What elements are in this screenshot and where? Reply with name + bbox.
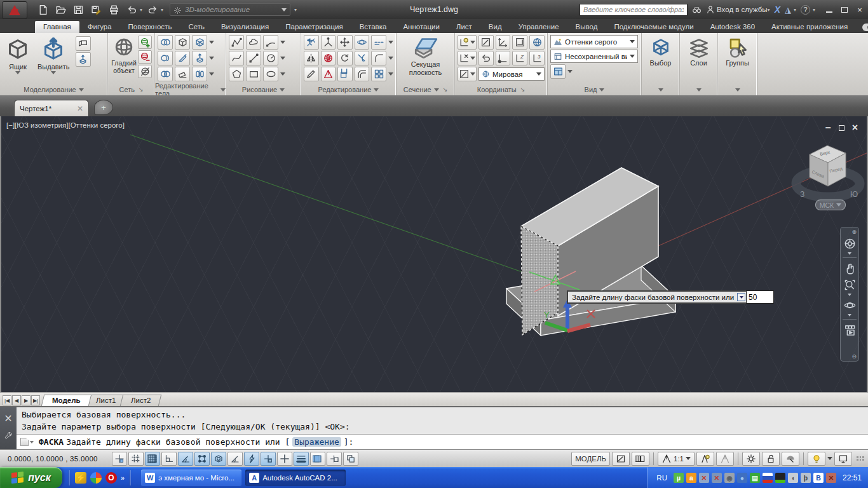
layout-tab[interactable]: Лист2 [120,395,162,406]
task-autocad[interactable]: A Autodesk AutoCAD 2... [245,470,346,486]
ribbon-tab[interactable]: Вид [480,21,510,33]
restore-button[interactable] [840,5,849,15]
mirror-button[interactable] [304,51,319,65]
object-snap-3d-toggle[interactable] [211,452,226,466]
smooth-more-button[interactable] [138,36,152,49]
lineweight-toggle[interactable] [294,452,309,466]
clean-screen-button[interactable] [834,452,852,466]
intersect-button[interactable] [158,67,173,81]
ucs-view-button[interactable] [478,35,494,50]
separate-button[interactable] [192,67,207,81]
ribbon-minimize-button[interactable] [862,24,868,31]
pan-button[interactable] [842,260,857,276]
undo-dropdown[interactable]: ▾ [140,7,142,13]
ucs-button[interactable] [496,35,511,50]
ucs-z-button[interactable]: Z [512,51,527,65]
drawing-viewport[interactable]: Y З Ю Верх Слева Перед [−] [ЮЗ изометрия… [0,116,868,392]
layers-button[interactable]: Слои [685,35,713,84]
viewport-style-control[interactable]: [Оттенки серого] [68,121,124,129]
line-button[interactable] [246,51,261,65]
panel-label-layers[interactable] [680,84,717,95]
separate-dropdown[interactable] [209,72,214,76]
scale-button[interactable] [321,67,336,81]
groups-button[interactable]: Группы [723,35,752,84]
new-drawing-tab-button[interactable]: + [94,100,113,115]
ribbon-tab[interactable]: Управление [510,21,567,33]
subtract-button[interactable] [158,51,173,65]
move-button[interactable] [337,35,353,50]
ribbon-tab[interactable]: Параметризация [277,21,351,33]
ribbon-tab[interactable]: Поверхность [120,21,180,33]
dynamic-input-field[interactable] [746,290,774,304]
ribbon-tab[interactable]: Фигура [79,21,120,33]
quicklaunch-app1-icon[interactable]: ⚡ [75,472,86,484]
close-button[interactable]: × [855,5,864,15]
annotation-scale-button[interactable]: 1:1 [658,452,695,466]
quick-view-layouts-button[interactable] [612,452,630,466]
union-button[interactable] [158,35,173,50]
quicklaunch-overflow-chevron[interactable]: » [121,474,125,482]
next-layout-button[interactable]: ▶ [22,395,31,405]
dynamic-input-toggle[interactable] [277,452,292,466]
faces-dropdown[interactable] [209,57,214,60]
solid-edit-button[interactable] [192,35,207,50]
ucs-light-button[interactable] [458,35,477,50]
ellipse-button[interactable] [263,67,278,81]
viewport-config-button[interactable] [550,64,566,79]
viewcube-wcs-dropdown[interactable]: МСК [815,200,846,210]
steering-wheel-button[interactable] [842,235,857,252]
panel-label-solid-editing[interactable]: Редактирование тела [155,84,226,95]
grid-display-toggle[interactable] [145,452,160,466]
solid-edit-dropdown[interactable] [209,41,214,44]
ribbon-tab[interactable]: Визуализация [213,21,277,33]
polyline-button[interactable] [229,35,244,50]
panel-label-mesh[interactable]: Сеть↘ [108,84,154,95]
arc-dropdown[interactable] [280,41,285,44]
construction-line-button[interactable] [371,35,386,50]
ribbon-tab[interactable]: Лист [448,21,480,33]
application-menu-button[interactable] [2,1,27,19]
copy-button[interactable] [355,35,370,50]
tray-network2-icon[interactable]: ✕ [712,473,722,483]
ribbon-tab[interactable]: Аннотации [395,21,447,33]
tray-printer-icon[interactable]: ▤ [750,473,760,483]
slice-button[interactable] [175,51,190,65]
viewport-close-button[interactable]: × [852,122,858,133]
transparency-toggle[interactable] [310,452,325,466]
status-menu-dropdown[interactable] [827,457,832,460]
open-file-button[interactable] [53,3,68,17]
ribbon-tab[interactable]: Подключаемые модули [606,21,702,33]
fillet-button[interactable] [371,51,386,65]
extract-edges-button[interactable] [175,35,190,50]
dialog-launcher-icon[interactable]: ↘ [139,86,144,93]
tray-mouse-icon[interactable]: þ [801,473,811,483]
viewport-config-dropdown[interactable] [567,70,573,73]
qat-customize-dropdown[interactable]: ▾ [294,7,297,13]
performance-button[interactable] [782,452,799,466]
panel-label-view[interactable]: Вид [548,84,641,95]
exchange-apps-icon[interactable]: X [775,4,780,15]
extrude-faces-button[interactable] [192,51,207,65]
box-tool-button[interactable]: Ящик [3,35,33,84]
visual-style-dropdown[interactable]: Оттенки серого [550,35,638,48]
command-close-icon[interactable]: ✕ [4,412,12,424]
save-as-button[interactable] [88,3,104,17]
modify-dropdown3[interactable] [388,72,393,76]
minimize-button[interactable] [825,5,834,15]
quick-properties-toggle[interactable] [327,452,342,466]
ribbon-tab[interactable]: Вывод [567,21,606,33]
model-space-button[interactable]: МОДЕЛЬ [571,452,610,466]
plot-button[interactable] [106,3,121,17]
modify-dropdown1[interactable] [388,41,393,44]
quicklaunch-chrome-icon[interactable] [90,472,102,484]
prev-layout-button[interactable]: ◀ [12,395,21,405]
panel-label-draw[interactable]: Рисование [226,84,301,95]
ucs-previous-button[interactable] [478,51,494,65]
revision-cloud-button[interactable] [246,35,261,50]
command-suggestion-chip[interactable] [20,438,34,446]
tray-flag-icon[interactable] [763,473,773,483]
coordinates-display[interactable]: 0.0000, 10.0000 , 35.0000 [3,455,111,463]
stretch-button[interactable] [304,35,319,50]
ribbon-tab[interactable]: Сеть [180,21,213,33]
panel-label-coordinates[interactable]: Координаты↘ [455,84,547,95]
